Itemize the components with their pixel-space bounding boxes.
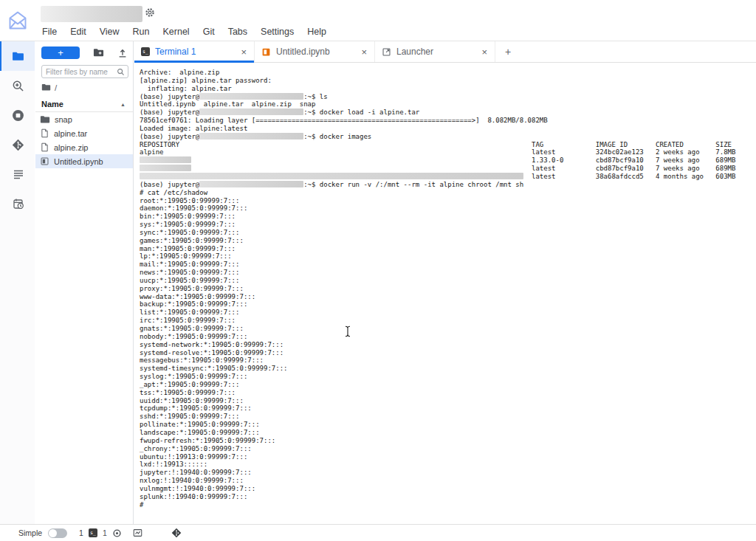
kernel-status-icon[interactable] <box>112 528 122 538</box>
add-tab-button[interactable]: + <box>495 41 520 62</box>
folder-small-icon <box>40 114 50 125</box>
tab-terminal-1[interactable]: s_Terminal 1× <box>134 41 255 62</box>
file-row-untitled-ipynb[interactable]: Untitled.ipynb <box>35 154 133 168</box>
launcher-icon <box>382 47 391 57</box>
new-launcher-button[interactable]: + <box>41 46 80 59</box>
menu-help[interactable]: Help <box>300 24 333 40</box>
menu-run[interactable]: Run <box>126 24 157 40</box>
jupyterlab-window: FileEditViewRunKernelGitTabsSettingsHelp… <box>0 0 756 541</box>
folder-icon <box>41 83 51 92</box>
terminal-output[interactable]: Archive: alpine.zip[alpine.zip] alpine.t… <box>134 63 756 524</box>
file-list-header[interactable]: Name ▲ <box>35 96 133 112</box>
close-icon[interactable]: × <box>481 46 488 58</box>
redacted-text <box>199 93 303 100</box>
breadcrumb-path: / <box>55 83 57 92</box>
file-browser-toolbar: + <box>35 41 133 62</box>
menu-bar: FileEditViewRunKernelGitTabsSettingsHelp <box>35 22 333 41</box>
sidebar-item-file-browser[interactable] <box>0 41 35 71</box>
redacted-text <box>140 173 523 179</box>
file-row-snap[interactable]: snap <box>35 112 133 126</box>
filter-files-box[interactable] <box>41 65 128 78</box>
tab-untitled-ipynb[interactable]: Untitled.ipynb× <box>255 41 375 62</box>
menu-tabs[interactable]: Tabs <box>221 24 254 40</box>
file-row-alpine-zip[interactable]: alpine.zip <box>35 140 133 154</box>
tab-label: Launcher <box>396 46 481 57</box>
searchplus-icon <box>12 80 24 92</box>
sidebar-item-running[interactable] <box>0 100 35 130</box>
tab-label: Untitled.ipynb <box>276 46 360 57</box>
filter-files-input[interactable] <box>46 68 117 76</box>
redacted-instance-name <box>41 6 142 22</box>
sort-caret-icon: ▲ <box>120 102 126 107</box>
git-status-icon[interactable] <box>171 528 182 538</box>
left-sidebar <box>0 41 35 524</box>
redacted-text <box>140 156 191 163</box>
terminal-icon[interactable]: s_ <box>89 528 97 537</box>
folder-icon <box>12 50 24 63</box>
menu-git[interactable]: Git <box>196 24 221 40</box>
search-icon <box>117 68 125 76</box>
notebook-gray-icon <box>40 156 49 166</box>
sidebar-item-toc[interactable] <box>0 159 35 189</box>
file-icon <box>40 142 49 152</box>
file-name: alpine.tar <box>54 129 87 138</box>
redacted-text <box>199 108 303 115</box>
gear-icon[interactable] <box>145 7 155 18</box>
menu-file[interactable]: File <box>35 24 63 40</box>
running-icon <box>12 109 24 122</box>
file-name: Untitled.ipynb <box>54 157 103 166</box>
file-icon <box>40 128 49 138</box>
kernels-count: 1 <box>103 528 107 537</box>
breadcrumb[interactable]: / <box>35 80 133 94</box>
logo-icon <box>7 10 28 31</box>
simple-mode-toggle[interactable] <box>48 528 67 538</box>
close-icon[interactable]: × <box>360 46 368 58</box>
simple-mode-label: Simple <box>18 528 42 537</box>
file-browser-panel: + / <box>35 41 134 524</box>
terminals-count: 1 <box>79 528 83 537</box>
sidebar-item-git[interactable] <box>0 130 35 159</box>
upload-icon[interactable] <box>117 48 128 58</box>
menu-edit[interactable]: Edit <box>63 24 93 40</box>
status-bar: Simple 1 s_ 1 <box>0 524 756 541</box>
sidebar-item-search[interactable] <box>0 71 35 100</box>
file-row-alpine-tar[interactable]: alpine.tar <box>35 126 133 140</box>
new-folder-icon[interactable] <box>93 47 104 58</box>
name-column-label: Name <box>41 100 63 108</box>
git-icon <box>12 139 24 151</box>
tab-bar: s_Terminal 1×Untitled.ipynb×Launcher×+ <box>134 41 756 63</box>
jobs-icon <box>13 198 24 210</box>
sidebar-item-jobs[interactable] <box>0 189 35 218</box>
terminal-chip-icon: s_ <box>141 47 150 56</box>
menu-view[interactable]: View <box>93 24 126 40</box>
resource-monitor-icon[interactable] <box>132 528 143 538</box>
tab-launcher[interactable]: Launcher× <box>375 41 495 62</box>
menu-settings[interactable]: Settings <box>254 24 300 40</box>
close-icon[interactable]: × <box>240 46 247 58</box>
text-cursor <box>344 325 351 340</box>
redacted-text <box>199 133 303 139</box>
notebook-orange-icon <box>261 47 271 57</box>
file-list: snapalpine.taralpine.zipUntitled.ipynb <box>35 112 133 168</box>
toc-icon <box>13 168 24 180</box>
redacted-text <box>199 181 303 187</box>
file-name: alpine.zip <box>54 143 88 152</box>
menu-kernel[interactable]: Kernel <box>157 24 196 40</box>
product-logo <box>0 0 35 41</box>
tab-label: Terminal 1 <box>155 46 240 57</box>
main-area: s_Terminal 1×Untitled.ipynb×Launcher×+ A… <box>134 41 756 524</box>
redacted-text <box>140 165 191 171</box>
file-name: snap <box>55 115 72 124</box>
